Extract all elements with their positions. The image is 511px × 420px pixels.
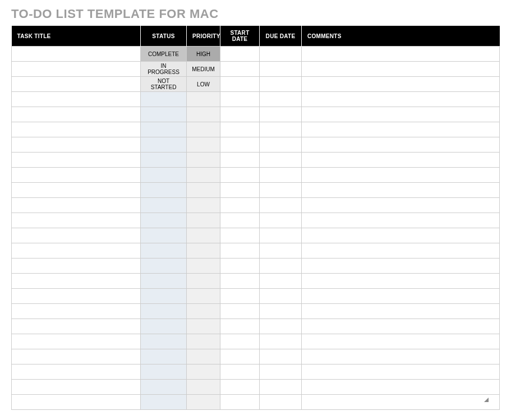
cell-due-date[interactable] <box>260 289 302 304</box>
cell-comments[interactable] <box>302 153 500 168</box>
cell-priority[interactable] <box>187 92 220 107</box>
cell-priority[interactable] <box>187 228 220 243</box>
cell-comments[interactable] <box>302 349 500 364</box>
cell-task-title[interactable] <box>12 107 141 122</box>
cell-priority[interactable] <box>187 334 220 349</box>
cell-comments[interactable] <box>302 364 500 380</box>
cell-task-title[interactable] <box>12 259 141 274</box>
cell-comments[interactable] <box>302 213 500 228</box>
cell-priority[interactable] <box>187 243 220 259</box>
cell-start-date[interactable] <box>220 107 260 122</box>
cell-status[interactable] <box>141 153 187 168</box>
cell-comments[interactable] <box>302 380 500 395</box>
cell-start-date[interactable] <box>220 334 260 349</box>
cell-priority[interactable] <box>187 274 220 289</box>
cell-comments[interactable] <box>302 168 500 183</box>
cell-task-title[interactable] <box>12 168 141 183</box>
cell-comments[interactable] <box>302 319 500 334</box>
cell-comments[interactable] <box>302 122 500 137</box>
cell-start-date[interactable] <box>220 47 260 62</box>
cell-start-date[interactable] <box>220 274 260 289</box>
cell-priority[interactable] <box>187 168 220 183</box>
cell-status[interactable]: NOT STARTED <box>141 77 187 92</box>
cell-priority[interactable] <box>187 153 220 168</box>
cell-priority[interactable] <box>187 364 220 380</box>
resize-handle-icon[interactable] <box>484 398 489 402</box>
cell-due-date[interactable] <box>260 319 302 334</box>
cell-comments[interactable] <box>302 198 500 213</box>
cell-status[interactable] <box>141 228 187 243</box>
cell-status[interactable]: IN PROGRESS <box>141 62 187 77</box>
cell-comments[interactable] <box>302 77 500 92</box>
cell-due-date[interactable] <box>260 137 302 153</box>
cell-due-date[interactable] <box>260 228 302 243</box>
cell-task-title[interactable] <box>12 274 141 289</box>
cell-priority[interactable] <box>187 380 220 395</box>
cell-priority[interactable] <box>187 289 220 304</box>
cell-due-date[interactable] <box>260 198 302 213</box>
cell-start-date[interactable] <box>220 92 260 107</box>
cell-start-date[interactable] <box>220 62 260 77</box>
cell-task-title[interactable] <box>12 304 141 319</box>
cell-status[interactable] <box>141 213 187 228</box>
cell-due-date[interactable] <box>260 395 302 410</box>
cell-comments[interactable] <box>302 243 500 259</box>
cell-status[interactable] <box>141 274 187 289</box>
cell-due-date[interactable] <box>260 213 302 228</box>
cell-status[interactable] <box>141 198 187 213</box>
cell-task-title[interactable] <box>12 395 141 410</box>
cell-comments[interactable] <box>302 62 500 77</box>
cell-comments[interactable] <box>302 289 500 304</box>
cell-task-title[interactable] <box>12 334 141 349</box>
cell-priority[interactable] <box>187 349 220 364</box>
cell-start-date[interactable] <box>220 213 260 228</box>
cell-task-title[interactable] <box>12 77 141 92</box>
cell-priority[interactable] <box>187 122 220 137</box>
cell-task-title[interactable] <box>12 153 141 168</box>
cell-due-date[interactable] <box>260 168 302 183</box>
cell-start-date[interactable] <box>220 319 260 334</box>
cell-priority[interactable]: HIGH <box>187 47 220 62</box>
cell-status[interactable] <box>141 289 187 304</box>
cell-start-date[interactable] <box>220 168 260 183</box>
cell-priority[interactable] <box>187 304 220 319</box>
cell-status[interactable] <box>141 243 187 259</box>
cell-task-title[interactable] <box>12 62 141 77</box>
cell-task-title[interactable] <box>12 289 141 304</box>
cell-start-date[interactable] <box>220 304 260 319</box>
cell-status[interactable] <box>141 183 187 198</box>
cell-task-title[interactable] <box>12 183 141 198</box>
cell-status[interactable]: COMPLETE <box>141 47 187 62</box>
cell-task-title[interactable] <box>12 349 141 364</box>
cell-due-date[interactable] <box>260 47 302 62</box>
cell-comments[interactable] <box>302 47 500 62</box>
cell-due-date[interactable] <box>260 153 302 168</box>
cell-due-date[interactable] <box>260 62 302 77</box>
cell-comments[interactable] <box>302 107 500 122</box>
cell-comments[interactable] <box>302 183 500 198</box>
cell-due-date[interactable] <box>260 364 302 380</box>
cell-comments[interactable] <box>302 259 500 274</box>
cell-due-date[interactable] <box>260 107 302 122</box>
cell-priority[interactable] <box>187 259 220 274</box>
cell-priority[interactable]: LOW <box>187 77 220 92</box>
cell-status[interactable] <box>141 395 187 410</box>
cell-start-date[interactable] <box>220 198 260 213</box>
cell-status[interactable] <box>141 122 187 137</box>
cell-task-title[interactable] <box>12 92 141 107</box>
cell-status[interactable] <box>141 364 187 380</box>
cell-due-date[interactable] <box>260 259 302 274</box>
cell-status[interactable] <box>141 107 187 122</box>
cell-task-title[interactable] <box>12 198 141 213</box>
cell-priority[interactable] <box>187 213 220 228</box>
cell-start-date[interactable] <box>220 228 260 243</box>
cell-task-title[interactable] <box>12 380 141 395</box>
cell-status[interactable] <box>141 349 187 364</box>
cell-priority[interactable] <box>187 319 220 334</box>
cell-start-date[interactable] <box>220 243 260 259</box>
cell-start-date[interactable] <box>220 183 260 198</box>
cell-status[interactable] <box>141 137 187 153</box>
cell-comments[interactable] <box>302 304 500 319</box>
cell-priority[interactable] <box>187 137 220 153</box>
cell-task-title[interactable] <box>12 213 141 228</box>
